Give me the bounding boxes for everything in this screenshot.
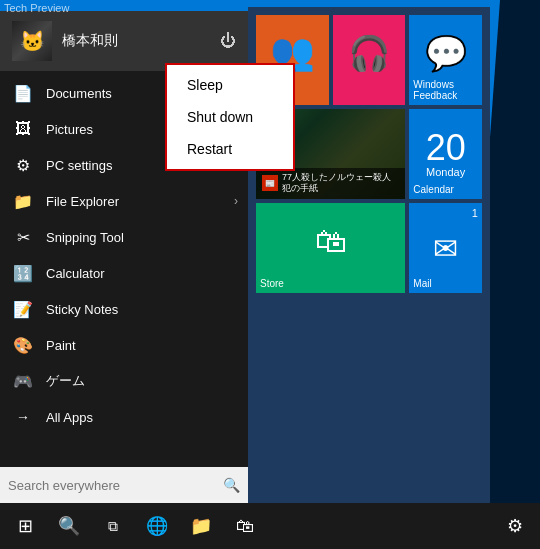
sleep-button[interactable]: Sleep [167,69,293,101]
nav-calculator[interactable]: 🔢 Calculator [0,255,248,291]
tile-mail-label: Mail [413,278,431,289]
games-icon: 🎮 [12,370,34,392]
nav-snipping-tool-label: Snipping Tool [46,230,124,245]
nav-all-apps-label: All Apps [46,410,93,425]
tile-store[interactable]: 🛍 Store [256,203,405,293]
pictures-icon: 🖼 [12,118,34,140]
all-apps-icon: → [12,406,34,428]
file-explorer-arrow: › [234,194,238,208]
user-avatar: 🐱 [12,21,52,61]
left-panel: 🐱 橋本和則 ⏻ Sleep Shut down Restart 📄 Docum… [0,7,248,503]
nav-paint[interactable]: 🎨 Paint [0,327,248,363]
nav-pc-settings-label: PC settings [46,158,112,173]
news-overlay: 📰 77人殺したノルウェー殺人犯の手紙 [256,168,405,199]
taskbar-store-icon: 🛍 [236,516,254,537]
nav-file-explorer[interactable]: 📁 File Explorer › [0,183,248,219]
start-icon: ⊞ [18,515,33,537]
calendar-day: 20 [426,130,466,166]
tile-mail[interactable]: ✉ 1 Mail [409,203,482,293]
nav-calculator-label: Calculator [46,266,105,281]
search-box: 🔍 [0,467,248,503]
nav-games[interactable]: 🎮 ゲーム [0,363,248,399]
mail-icon: ✉ [433,231,458,266]
tile-calendar[interactable]: 20 Monday Calendar [409,109,482,199]
documents-icon: 📄 [12,82,34,104]
calculator-icon: 🔢 [12,262,34,284]
power-button[interactable]: ⏻ [220,32,236,50]
nav-sticky-notes[interactable]: 📝 Sticky Notes [0,291,248,327]
news-icon-box: 📰 [262,175,278,191]
news-icon: 📰 [265,179,275,188]
avatar-image: 🐱 [12,21,52,61]
taskbar-store[interactable]: 🛍 [224,505,266,547]
search-icon[interactable]: 🔍 [223,477,240,493]
nav-sticky-notes-label: Sticky Notes [46,302,118,317]
file-explorer-icon: 📁 [12,190,34,212]
headphone-icon: 🎧 [348,33,390,73]
ie-icon: 🌐 [146,515,168,537]
nav-all-apps[interactable]: → All Apps [0,399,248,435]
taskbar-search-icon: 🔍 [58,515,80,537]
taskbar-settings-icon: ⚙ [507,515,523,537]
taskbar-task-view[interactable]: ⧉ [92,505,134,547]
taskbar: ⊞ 🔍 ⧉ 🌐 📁 🛍 ⚙ [0,503,540,549]
tile-store-label: Store [260,278,284,289]
nav-documents-label: Documents [46,86,112,101]
tech-preview-label: Tech Preview [4,2,69,14]
shutdown-button[interactable]: Shut down [167,101,293,133]
start-button[interactable]: ⊞ [4,505,46,547]
power-menu: Sleep Shut down Restart [165,63,295,171]
task-view-icon: ⧉ [108,518,118,535]
restart-button[interactable]: Restart [167,133,293,165]
calendar-weekday: Monday [426,166,465,178]
user-name: 橋本和則 [62,32,236,50]
feedback-icon: 💬 [425,33,467,73]
music-icon-area: 🎧 [333,15,406,105]
tile-feedback[interactable]: 💬 Windows Feedback [409,15,482,105]
taskbar-search[interactable]: 🔍 [48,505,90,547]
sticky-notes-icon: 📝 [12,298,34,320]
tile-feedback-label: Windows Feedback [413,79,482,101]
nav-snipping-tool[interactable]: ✂ Snipping Tool [0,219,248,255]
taskbar-file-explorer[interactable]: 📁 [180,505,222,547]
start-menu: 🐱 橋本和則 ⏻ Sleep Shut down Restart 📄 Docum… [0,7,490,503]
mail-badge: 1 [472,207,478,219]
user-section: 🐱 橋本和則 ⏻ [0,11,248,71]
taskbar-settings[interactable]: ⚙ [494,505,536,547]
news-text: 77人殺したノルウェー殺人犯の手紙 [282,172,399,195]
store-icon: 🛍 [315,223,347,260]
tile-music[interactable]: 🎧 [333,15,406,105]
nav-paint-label: Paint [46,338,76,353]
nav-file-explorer-label: File Explorer [46,194,119,209]
nav-pictures-label: Pictures [46,122,93,137]
taskbar-ie[interactable]: 🌐 [136,505,178,547]
tile-calendar-label: Calendar [413,184,454,195]
paint-icon: 🎨 [12,334,34,356]
search-input[interactable] [8,478,223,493]
nav-games-label: ゲーム [46,372,85,390]
taskbar-right: ⚙ [494,505,536,547]
pc-settings-icon: ⚙ [12,154,34,176]
snipping-tool-icon: ✂ [12,226,34,248]
taskbar-file-explorer-icon: 📁 [190,515,212,537]
